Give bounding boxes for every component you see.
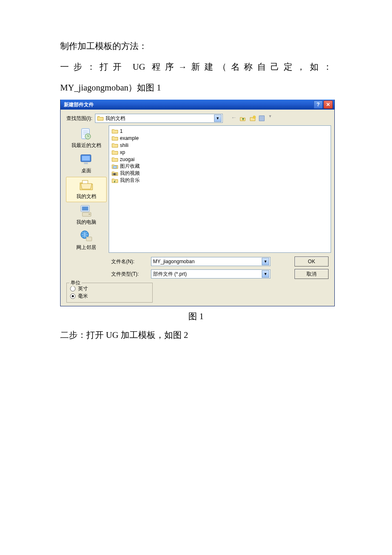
list-item[interactable]: 1	[112, 127, 328, 134]
file-list[interactable]: 1 example shili xp zuogai 图片收藏 我的视频 我的音乐	[109, 125, 331, 253]
unit-mm-label: 毫米	[78, 293, 88, 300]
step1-line2: MY_jiagongmoban）如图 1	[60, 79, 332, 96]
my-documents-icon	[78, 178, 95, 192]
svg-rect-14	[113, 166, 117, 168]
chevron-down-icon[interactable]: ▼	[262, 270, 269, 278]
place-label: 我最近的文档	[71, 142, 101, 148]
heading: 制作加工模板的方法：	[60, 37, 332, 55]
svg-rect-9	[82, 207, 88, 210]
unit-mm-radio[interactable]: 毫米	[70, 292, 149, 300]
filetype-select[interactable]: 部件文件 (*.prt) ▼	[151, 269, 270, 279]
unit-inch-radio[interactable]: 英寸	[70, 285, 149, 292]
place-network[interactable]: 网上邻居	[66, 228, 106, 253]
list-item[interactable]: 我的音乐	[112, 177, 328, 184]
filetype-value: 部件文件 (*.prt)	[153, 271, 187, 278]
desktop-icon	[78, 152, 95, 166]
svg-rect-6	[84, 163, 88, 164]
filetype-label: 文件类型(T):	[111, 271, 147, 278]
chevron-down-icon[interactable]: ▼	[262, 258, 269, 265]
place-recent[interactable]: 我最近的文档	[66, 126, 106, 151]
list-item[interactable]: xp	[112, 149, 328, 156]
list-item[interactable]: 图片收藏	[112, 163, 328, 170]
step1-line1: 一步：打开 UG 程序→新建（名称自己定，如：	[60, 58, 332, 76]
svg-rect-11	[89, 214, 90, 215]
list-item[interactable]: shili	[112, 142, 328, 149]
lookin-value: 我的文档	[105, 115, 125, 122]
network-places-icon	[78, 229, 95, 243]
step2: 二步：打开 UG 加工模板，如图 2	[60, 326, 332, 344]
place-label: 网上邻居	[76, 244, 96, 250]
view-menu-dropdown-icon[interactable]: ▼	[268, 114, 272, 122]
radio-checked-icon	[70, 293, 75, 299]
folder-icon	[112, 156, 118, 162]
places-bar: 我最近的文档 桌面 我的文档	[64, 125, 109, 253]
music-folder-icon	[112, 178, 118, 183]
svg-point-16	[114, 181, 115, 182]
folder-icon	[112, 149, 118, 155]
filename-value: MY_jiagongmoban	[153, 259, 195, 264]
lookin-combo[interactable]: 我的文档 ▼	[95, 114, 223, 123]
place-label: 桌面	[81, 168, 91, 174]
list-item[interactable]: example	[112, 134, 328, 142]
ok-button[interactable]: OK	[295, 257, 329, 266]
dialog-title: 新建部件文件	[64, 101, 313, 108]
filename-label: 文件名(N):	[111, 258, 147, 265]
place-label: 我的文档	[76, 193, 96, 199]
help-button[interactable]: ?	[314, 100, 323, 109]
place-mycomputer[interactable]: 我的电脑	[66, 203, 106, 227]
view-menu-icon[interactable]	[258, 114, 267, 122]
new-part-file-dialog: 新建部件文件 ? ✕ 查找范围(I): 我的文档 ▼ ←	[60, 100, 335, 306]
place-mydocs[interactable]: 我的文档	[66, 177, 107, 202]
my-computer-icon	[78, 204, 95, 218]
list-item[interactable]: 我的视频	[112, 170, 328, 177]
place-label: 我的电脑	[76, 219, 96, 225]
cancel-button[interactable]: 取消	[295, 269, 329, 279]
folder-icon	[112, 135, 118, 141]
lookin-label: 查找范围(I):	[66, 115, 93, 122]
units-legend: 单位	[69, 279, 82, 286]
figure-1-caption: 图 1	[60, 311, 332, 322]
recent-docs-icon	[78, 127, 95, 141]
folder-icon	[112, 128, 118, 134]
back-icon[interactable]: ←	[231, 114, 237, 122]
dialog-titlebar[interactable]: 新建部件文件 ? ✕	[61, 100, 334, 110]
radio-icon	[70, 286, 75, 291]
pictures-folder-icon	[112, 164, 118, 169]
svg-rect-13	[86, 237, 92, 241]
folder-icon	[112, 142, 118, 148]
folder-open-icon	[97, 115, 104, 121]
svg-rect-5	[82, 156, 90, 161]
filename-input[interactable]: MY_jiagongmoban ▼	[151, 257, 270, 266]
new-folder-icon[interactable]	[248, 114, 257, 122]
video-folder-icon	[112, 171, 118, 176]
units-groupbox: 单位 英寸 毫米	[66, 283, 153, 303]
close-button[interactable]: ✕	[324, 100, 333, 109]
place-desktop[interactable]: 桌面	[66, 152, 106, 176]
list-item[interactable]: zuogai	[112, 156, 328, 163]
up-one-level-icon[interactable]	[239, 114, 247, 122]
chevron-down-icon[interactable]: ▼	[214, 115, 222, 122]
svg-rect-15	[113, 173, 116, 175]
